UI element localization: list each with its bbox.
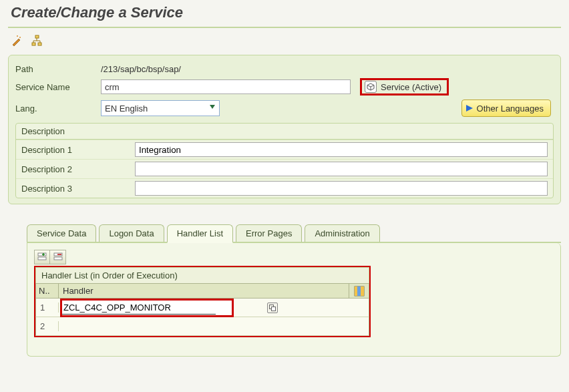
other-languages-button[interactable]: Other Languages bbox=[461, 100, 551, 117]
description-1-label: Description 1 bbox=[21, 145, 135, 155]
handler-cell-highlight bbox=[60, 299, 234, 317]
delete-row-button[interactable] bbox=[50, 250, 66, 264]
description-3-label: Description 3 bbox=[21, 184, 135, 194]
language-select[interactable]: EN English bbox=[101, 100, 220, 116]
handler-grid-highlight: Handler List (in Order of Execution) N..… bbox=[34, 266, 371, 337]
value-help-button[interactable] bbox=[267, 303, 278, 313]
description-1-input[interactable] bbox=[135, 142, 548, 157]
service-form-panel: Path /213/sap/bc/bsp/sap/ Service Name c… bbox=[8, 55, 561, 204]
tab-strip: Service Data Logon Data Handler List Err… bbox=[27, 223, 561, 243]
svg-point-1 bbox=[17, 35, 18, 37]
insert-row-icon bbox=[37, 252, 47, 262]
svg-point-0 bbox=[19, 37, 21, 38]
tab-error-pages[interactable]: Error Pages bbox=[236, 224, 302, 242]
service-name-value: crm bbox=[105, 82, 120, 92]
tab-logon-data[interactable]: Logon Data bbox=[99, 224, 164, 242]
table-settings-icon bbox=[354, 286, 365, 297]
service-status-box: Service (Active) bbox=[360, 78, 449, 95]
svg-rect-14 bbox=[272, 307, 276, 311]
edit-toggle-button[interactable] bbox=[9, 33, 24, 48]
lang-label: Lang. bbox=[15, 104, 101, 114]
hierarchy-icon bbox=[31, 35, 43, 47]
language-value: EN English bbox=[105, 104, 148, 114]
title-underline bbox=[8, 27, 561, 28]
value-help-icon bbox=[269, 305, 276, 311]
svg-rect-12 bbox=[361, 286, 364, 296]
handler-list-panel: Handler List (in Order of Execution) N..… bbox=[27, 243, 561, 357]
svg-rect-2 bbox=[35, 35, 39, 38]
description-group-title: Description bbox=[16, 124, 553, 140]
service-status-text: Service (Active) bbox=[381, 82, 441, 92]
delete-row-icon bbox=[53, 252, 63, 262]
tab-handler-list[interactable]: Handler List bbox=[167, 224, 233, 243]
description-group: Description Description 1 Description 2 … bbox=[15, 123, 554, 198]
other-languages-label: Other Languages bbox=[477, 104, 544, 114]
service-name-label: Service Name bbox=[15, 82, 101, 92]
handler-grid-title: Handler List (in Order of Execution) bbox=[35, 267, 369, 283]
svg-rect-8 bbox=[54, 257, 62, 260]
path-value: /213/sap/bc/bsp/sap/ bbox=[101, 64, 181, 74]
cube-icon bbox=[365, 81, 377, 93]
path-label: Path bbox=[15, 64, 101, 74]
table-row[interactable]: 2 bbox=[35, 317, 369, 336]
row-2-number: 2 bbox=[36, 321, 59, 331]
tab-service-data[interactable]: Service Data bbox=[27, 224, 96, 242]
chevron-down-icon bbox=[210, 105, 215, 109]
description-3-input[interactable] bbox=[135, 181, 548, 196]
page-title: Create/Change a Service bbox=[8, 0, 561, 27]
description-2-input[interactable] bbox=[135, 162, 548, 176]
svg-rect-4 bbox=[38, 43, 41, 45]
handler-grid-header: N.. Handler bbox=[35, 283, 369, 299]
description-2-label: Description 2 bbox=[21, 164, 135, 174]
magic-wand-icon bbox=[11, 35, 23, 47]
insert-row-button[interactable] bbox=[34, 250, 50, 264]
col-header-number[interactable]: N.. bbox=[36, 284, 59, 298]
column-config-button[interactable] bbox=[349, 284, 369, 298]
arrow-right-icon bbox=[466, 105, 473, 112]
handler-class-input[interactable] bbox=[62, 301, 216, 315]
tab-administration[interactable]: Administration bbox=[305, 224, 379, 242]
hierarchy-button[interactable] bbox=[29, 33, 44, 48]
row-1-number: 1 bbox=[36, 303, 59, 313]
svg-rect-6 bbox=[38, 257, 46, 260]
app-toolbar bbox=[8, 31, 561, 55]
table-row[interactable]: 1 bbox=[35, 299, 369, 317]
svg-rect-3 bbox=[32, 43, 35, 45]
svg-rect-10 bbox=[355, 286, 357, 296]
col-header-handler[interactable]: Handler bbox=[59, 284, 349, 298]
service-name-input[interactable]: crm bbox=[101, 79, 351, 94]
svg-rect-11 bbox=[357, 286, 361, 296]
